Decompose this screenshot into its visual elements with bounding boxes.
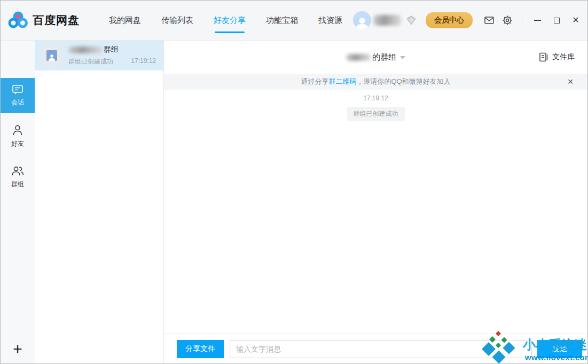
- mail-icon[interactable]: [484, 17, 494, 24]
- conversation-title: 群组: [68, 45, 156, 54]
- composer-bar: 分享文件 发送: [164, 334, 587, 363]
- add-button[interactable]: +: [1, 341, 35, 357]
- conversation-time: 17:19:12: [131, 57, 156, 66]
- conversation-last-message: 群组已创建成功: [68, 57, 113, 66]
- sidebar-item-groups[interactable]: 群组: [1, 159, 35, 194]
- app-title: 百度网盘: [33, 13, 80, 28]
- titlebar: 百度网盘 我的网盘 传输列表 好友分享 功能宝箱 找资源: [1, 1, 587, 41]
- maximize-button[interactable]: [552, 16, 561, 25]
- group-people-icon: [11, 164, 25, 177]
- group-avatar-person-icon: [46, 50, 57, 61]
- tab-label: 功能宝箱: [266, 15, 298, 26]
- tab-toolbox[interactable]: 功能宝箱: [256, 1, 308, 40]
- chat-header: 的群组 文件库: [164, 41, 587, 74]
- group-avatar: [42, 46, 61, 65]
- notice-close-icon[interactable]: ✕: [567, 78, 574, 85]
- settings-gear-icon[interactable]: [503, 15, 512, 25]
- tab-find-resources[interactable]: 找资源: [308, 1, 352, 40]
- conversation-title-suffix: 群组: [104, 45, 119, 54]
- user-avatar[interactable]: [353, 11, 371, 29]
- maximize-icon: [554, 18, 560, 23]
- left-rail: 会话 好友: [1, 41, 35, 363]
- group-title-dropdown[interactable]: 的群组: [346, 52, 405, 62]
- minimize-button[interactable]: [533, 16, 542, 25]
- vip-center-button[interactable]: 会员中心: [426, 12, 473, 28]
- conversation-list: 群组 群组已创建成功 17:19:12: [35, 41, 164, 363]
- sidebar-item-label: 群组: [11, 180, 24, 189]
- conversation-list-item[interactable]: 群组 群组已创建成功 17:19:12: [35, 41, 163, 70]
- app-logo: 百度网盘: [8, 10, 80, 31]
- send-button[interactable]: 发送: [537, 340, 582, 358]
- content-area: 会话 好友: [1, 41, 587, 363]
- sidebar-item-conversations[interactable]: 会话: [1, 78, 35, 113]
- sidebar-item-label: 好友: [11, 139, 24, 148]
- close-icon: ✕: [572, 16, 579, 25]
- redacted-username-blob: [373, 15, 401, 26]
- vip-level-diamond-icon[interactable]: [405, 14, 417, 26]
- system-message: 群组已创建成功: [347, 107, 405, 121]
- group-title-suffix: 的群组: [372, 52, 396, 62]
- share-file-button[interactable]: 分享文件: [177, 340, 224, 358]
- tab-transfer-list[interactable]: 传输列表: [151, 1, 203, 40]
- titlebar-divider: [522, 15, 522, 26]
- chat-pane: 的群组 文件库 通过分享 群二维码，邀请你的QQ和微博好友加入 ✕: [164, 41, 587, 363]
- message-timestamp: 17:19:12: [363, 94, 388, 102]
- group-qrcode-link[interactable]: 群二维码: [328, 77, 356, 86]
- message-area: 17:19:12 群组已创建成功: [164, 90, 587, 334]
- sidebar-item-label: 会话: [11, 98, 24, 107]
- tab-friend-share[interactable]: 好友分享: [203, 1, 256, 40]
- main-nav: 我的网盘 传输列表 好友分享 功能宝箱 找资源: [99, 1, 352, 40]
- user-cluster: 会员中心: [353, 11, 580, 29]
- tab-my-netdisk[interactable]: 我的网盘: [99, 1, 151, 40]
- baidu-netdisk-logo-icon: [8, 10, 28, 31]
- file-library-button[interactable]: 文件库: [538, 52, 575, 62]
- tab-label: 找资源: [318, 15, 342, 26]
- chevron-down-icon: [400, 56, 405, 59]
- conversation-text: 群组 群组已创建成功 17:19:12: [68, 45, 156, 66]
- conversation-subtitle-row: 群组已创建成功 17:19:12: [68, 57, 156, 66]
- sidebar-item-friends[interactable]: 好友: [1, 118, 35, 154]
- app-window: 百度网盘 我的网盘 传输列表 好友分享 功能宝箱 找资源: [0, 0, 588, 364]
- tab-label: 好友分享: [214, 15, 246, 26]
- message-input[interactable]: [230, 340, 532, 358]
- redacted-name-blob: [346, 54, 371, 61]
- close-button[interactable]: ✕: [571, 16, 580, 25]
- file-library-icon: [538, 52, 548, 62]
- invite-notice-bar: 通过分享 群二维码，邀请你的QQ和微博好友加入 ✕: [164, 74, 587, 90]
- tab-label: 我的网盘: [109, 15, 141, 26]
- chat-bubble-icon: [11, 84, 24, 96]
- person-icon: [11, 124, 24, 137]
- tab-label: 传输列表: [161, 15, 193, 26]
- notice-text-suffix: ，邀请你的QQ和微博好友加入: [356, 77, 450, 86]
- redacted-name-blob: [68, 46, 103, 53]
- file-library-label: 文件库: [552, 52, 575, 62]
- notice-text-prefix: 通过分享: [301, 77, 328, 86]
- minimize-icon: [534, 20, 541, 21]
